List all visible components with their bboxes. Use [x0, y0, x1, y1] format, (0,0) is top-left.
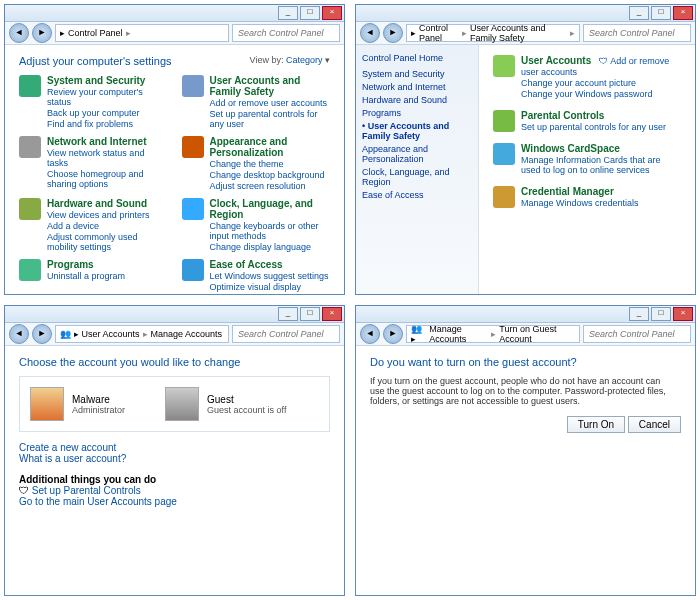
breadcrumb[interactable]: 👥 ▸User Accounts▸Manage Accounts	[55, 325, 229, 343]
category-sublink[interactable]: Back up your computer	[47, 108, 168, 118]
sidebar-item[interactable]: Clock, Language, and Region	[362, 167, 472, 187]
sidebar-item[interactable]: System and Security	[362, 69, 472, 79]
category-sublink[interactable]: Change desktop background	[210, 170, 331, 180]
page-title: Choose the account you would like to cha…	[19, 356, 330, 368]
back-button[interactable]: ◄	[9, 324, 29, 344]
category-item: Appearance and PersonalizationChange the…	[182, 136, 331, 192]
search-input[interactable]	[232, 24, 340, 42]
minimize-button[interactable]: _	[278, 307, 298, 321]
breadcrumb[interactable]: 👥 ▸Manage Accounts▸Turn on Guest Account	[406, 325, 580, 343]
maximize-button[interactable]: □	[300, 307, 320, 321]
sidebar-item[interactable]: • User Accounts and Family Safety	[362, 121, 472, 141]
maximize-button[interactable]: □	[651, 6, 671, 20]
category-title[interactable]: User Accounts	[521, 55, 591, 66]
category-sublink[interactable]: Add or remove user accounts	[210, 98, 331, 108]
category-item: ProgramsUninstall a program	[19, 259, 168, 293]
forward-button[interactable]: ►	[383, 324, 403, 344]
parental-controls-link[interactable]: Set up Parental Controls	[32, 485, 141, 496]
category-item: Windows CardSpaceManage Information Card…	[493, 143, 681, 176]
back-button[interactable]: ◄	[360, 23, 380, 43]
minimize-button[interactable]: _	[278, 6, 298, 20]
window-user-accounts-family-safety: _ □ × ◄ ► ▸Control Panel▸User Accounts a…	[355, 4, 696, 295]
category-sublink[interactable]: Optimize visual display	[210, 282, 329, 292]
category-item: Network and InternetView network status …	[19, 136, 168, 192]
category-sublink[interactable]: Set up parental controls for any user	[521, 122, 666, 132]
category-title[interactable]: User Accounts and Family Safety	[210, 75, 331, 97]
category-sublink[interactable]: Adjust commonly used mobility settings	[47, 232, 168, 252]
what-is-account-link[interactable]: What is a user account?	[19, 453, 330, 464]
close-button[interactable]: ×	[673, 6, 693, 20]
close-button[interactable]: ×	[322, 307, 342, 321]
category-sublink[interactable]: Choose homegroup and sharing options	[47, 169, 168, 189]
category-sublink[interactable]: Adjust screen resolution	[210, 181, 331, 191]
sidebar-item[interactable]: Network and Internet	[362, 82, 472, 92]
minimize-button[interactable]: _	[629, 6, 649, 20]
category-sublink[interactable]: Change display language	[210, 242, 331, 252]
category-title[interactable]: Credential Manager	[521, 186, 614, 197]
category-item: User Accounts and Family SafetyAdd or re…	[182, 75, 331, 130]
back-button[interactable]: ◄	[9, 23, 29, 43]
minimize-button[interactable]: _	[629, 307, 649, 321]
turn-on-button[interactable]: Turn On	[567, 416, 625, 433]
category-icon	[493, 55, 515, 77]
category-sublink[interactable]: Uninstall a program	[47, 271, 125, 281]
category-title[interactable]: Network and Internet	[47, 136, 168, 147]
search-input[interactable]	[232, 325, 340, 343]
category-sublink[interactable]: Review your computer's status	[47, 87, 168, 107]
category-title[interactable]: Windows CardSpace	[521, 143, 620, 154]
category-icon	[493, 143, 515, 165]
search-input[interactable]	[583, 325, 691, 343]
category-icon	[19, 198, 41, 220]
close-button[interactable]: ×	[322, 6, 342, 20]
category-sublink[interactable]: Manage Information Cards that are used t…	[521, 155, 681, 175]
category-sublink[interactable]: View devices and printers	[47, 210, 168, 220]
breadcrumb[interactable]: ▸Control Panel▸	[55, 24, 229, 42]
category-sublink[interactable]: Let Windows suggest settings	[210, 271, 329, 281]
view-by[interactable]: View by: Category ▾	[250, 55, 330, 65]
sidebar: Control Panel Home System and SecurityNe…	[356, 45, 479, 294]
sidebar-item[interactable]: Programs	[362, 108, 472, 118]
cancel-button[interactable]: Cancel	[628, 416, 681, 433]
category-sublink[interactable]: Change the theme	[210, 159, 331, 169]
window-control-panel-home: _ □ × ◄ ► ▸Control Panel▸ View by: Categ…	[4, 4, 345, 295]
search-input[interactable]	[583, 24, 691, 42]
forward-button[interactable]: ►	[32, 324, 52, 344]
sidebar-item[interactable]: Appearance and Personalization	[362, 144, 472, 164]
back-button[interactable]: ◄	[360, 324, 380, 344]
account-malware[interactable]: MalwareAdministrator	[30, 387, 125, 421]
breadcrumb[interactable]: ▸Control Panel▸User Accounts and Family …	[406, 24, 580, 42]
window-manage-accounts: _ □ × ◄ ► 👥 ▸User Accounts▸Manage Accoun…	[4, 305, 345, 596]
category-title[interactable]: Ease of Access	[210, 259, 329, 270]
titlebar: _ □ ×	[356, 306, 695, 323]
page-title: Do you want to turn on the guest account…	[370, 356, 681, 368]
category-sublink[interactable]: Change keyboards or other input methods	[210, 221, 331, 241]
category-title[interactable]: System and Security	[47, 75, 168, 86]
account-guest[interactable]: GuestGuest account is off	[165, 387, 286, 421]
category-sublink[interactable]: Find and fix problems	[47, 119, 168, 129]
sidebar-item[interactable]: Hardware and Sound	[362, 95, 472, 105]
sidebar-item[interactable]: Ease of Access	[362, 190, 472, 200]
category-title[interactable]: Hardware and Sound	[47, 198, 168, 209]
category-sublink[interactable]: Change your account picture	[521, 78, 681, 88]
category-icon	[182, 198, 204, 220]
category-title[interactable]: Clock, Language, and Region	[210, 198, 331, 220]
category-sublink[interactable]: Set up parental controls for any user	[210, 109, 331, 129]
maximize-button[interactable]: □	[300, 6, 320, 20]
close-button[interactable]: ×	[673, 307, 693, 321]
category-sublink[interactable]: Manage Windows credentials	[521, 198, 639, 208]
sidebar-home-link[interactable]: Control Panel Home	[362, 53, 472, 63]
forward-button[interactable]: ►	[383, 23, 403, 43]
category-sublink[interactable]: View network status and tasks	[47, 148, 168, 168]
category-title[interactable]: Appearance and Personalization	[210, 136, 331, 158]
category-title[interactable]: Parental Controls	[521, 110, 604, 121]
create-account-link[interactable]: Create a new account	[19, 442, 330, 453]
avatar	[30, 387, 64, 421]
maximize-button[interactable]: □	[651, 307, 671, 321]
category-sublink[interactable]: Add a device	[47, 221, 168, 231]
category-icon	[19, 136, 41, 158]
forward-button[interactable]: ►	[32, 23, 52, 43]
category-icon	[182, 75, 204, 97]
main-accounts-link[interactable]: Go to the main User Accounts page	[19, 496, 177, 507]
category-title[interactable]: Programs	[47, 259, 125, 270]
category-sublink[interactable]: Change your Windows password	[521, 89, 681, 99]
